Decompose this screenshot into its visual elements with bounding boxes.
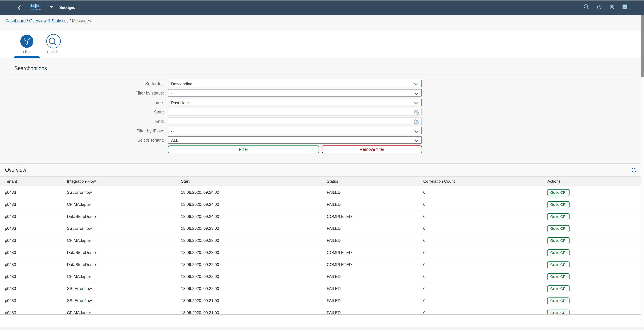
svg-text:Cloud: Cloud <box>30 8 36 11</box>
svg-text:DNA: DNA <box>36 8 42 11</box>
